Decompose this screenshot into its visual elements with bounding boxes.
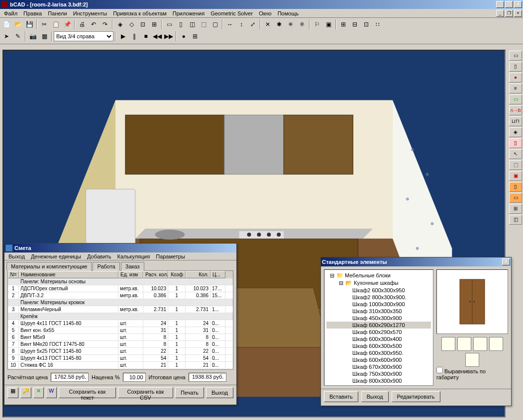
col-name[interactable]: Наименование bbox=[19, 271, 118, 278]
tb-nav-icon[interactable]: ➤ bbox=[1, 31, 12, 42]
tb-open-icon[interactable]: 📂 bbox=[12, 19, 23, 30]
tb-grid3-icon[interactable]: ⊡ bbox=[361, 19, 372, 30]
markup-input[interactable] bbox=[123, 373, 146, 382]
tree-item[interactable]: Шкаф2 800x300x900. bbox=[326, 294, 431, 301]
palette-arrow-icon[interactable]: ↖ bbox=[509, 149, 522, 159]
tb-grid4-icon[interactable]: ∷ bbox=[372, 19, 383, 30]
palette-green-icon[interactable]: ▭ bbox=[509, 94, 522, 104]
tb-pause-icon[interactable]: ‖ bbox=[129, 31, 140, 42]
table-row[interactable]: 1ЛДСП/Орех светлыйметр.кв.10.023110.0231… bbox=[8, 285, 233, 292]
mdi-minimize[interactable]: _ bbox=[496, 10, 504, 17]
thumb-3[interactable] bbox=[473, 337, 487, 351]
tree-item[interactable]: Шкаф 800x300x900 bbox=[326, 377, 431, 384]
tree-item[interactable]: Шкаф 600x300x500 bbox=[326, 342, 431, 349]
col-qty[interactable]: Кол. bbox=[186, 271, 210, 278]
smeta-menu-calc[interactable]: Калькуляция bbox=[114, 253, 153, 260]
table-row[interactable]: 9Шуруп 4x13 ГОСТ 1145-80шт.541540... bbox=[8, 355, 233, 362]
tb-cut-icon[interactable]: ✂ bbox=[39, 19, 50, 30]
tree-item[interactable]: Шкаф 310x300x350 bbox=[326, 308, 431, 315]
tb-box1-icon[interactable]: ▭ bbox=[164, 19, 175, 30]
col-unit[interactable]: Ед. изм bbox=[118, 271, 143, 278]
tree-item[interactable]: Шкаф2 600x300x950 bbox=[326, 287, 431, 294]
tb-dim2-icon[interactable]: ↕ bbox=[236, 19, 247, 30]
menu-snap[interactable]: Привязка к объектам bbox=[110, 10, 170, 17]
tree-item[interactable]: Шкаф 600x290x570 bbox=[326, 329, 431, 336]
tb-sq-icon[interactable]: ▣ bbox=[323, 19, 334, 30]
tree-item[interactable]: Шкаф 600x600x900 bbox=[326, 356, 431, 363]
tb-rew-icon[interactable]: ◀◀ bbox=[152, 31, 163, 42]
menu-apps[interactable]: Приложения bbox=[170, 10, 208, 17]
tree-item[interactable]: Шкаф 450x300x900 bbox=[326, 315, 431, 322]
tb-cross4-icon[interactable]: ⁜ bbox=[297, 19, 308, 30]
tb-dim1-icon[interactable]: ↔ bbox=[224, 19, 235, 30]
palette-ab-icon[interactable]: A→B bbox=[509, 105, 522, 115]
mdi-close[interactable]: × bbox=[514, 10, 522, 17]
align-checkbox-label[interactable]: Выравнивать по габариту bbox=[436, 368, 486, 380]
table-row[interactable]: Панели: Материалы основы bbox=[8, 278, 233, 285]
std-tree[interactable]: ⊟📁 Мебельные блоки ⊟📂 Кухонные шкафы Шка… bbox=[324, 269, 433, 386]
tree-item[interactable]: Шкаф 1000x300x900 bbox=[326, 301, 431, 308]
smeta-menu-add[interactable]: Добавить bbox=[84, 253, 114, 260]
tb-snap1-icon[interactable]: ◈ bbox=[114, 19, 125, 30]
tree-folder[interactable]: ⊟📂 Кухонные шкафы bbox=[326, 279, 431, 287]
table-row[interactable]: 3Меламин/Черныйметр.кв.2.73112.7311... bbox=[8, 306, 233, 313]
tb-flag-icon[interactable]: ⚐ bbox=[312, 19, 322, 30]
table-row[interactable]: 6Винт М5x9шт.8180... bbox=[8, 334, 233, 341]
save-text-button[interactable]: Сохранить как текст bbox=[59, 387, 116, 398]
mdi-restore[interactable]: ❐ bbox=[505, 10, 513, 17]
std-close-button[interactable]: × bbox=[502, 258, 510, 265]
tb-fwd-icon[interactable]: ▶▶ bbox=[163, 31, 174, 42]
maximize-button[interactable]: □ bbox=[505, 1, 513, 8]
palette-red-icon[interactable]: ▯ bbox=[509, 138, 522, 148]
tb-box5-icon[interactable]: ▢ bbox=[209, 19, 220, 30]
tb-camera-icon[interactable]: 📷 bbox=[27, 31, 38, 42]
tb-rec-icon[interactable]: ● bbox=[178, 31, 189, 42]
tb-snap3-icon[interactable]: ⊡ bbox=[137, 19, 148, 30]
std-titlebar[interactable]: Стандартные элементы × bbox=[321, 257, 511, 266]
menu-window[interactable]: Окно bbox=[256, 10, 275, 17]
menu-file[interactable]: Файл bbox=[1, 10, 20, 17]
tree-item[interactable]: Шкаф 600x290x1270 bbox=[326, 322, 431, 329]
table-row[interactable]: 7Винт М4x20 ГОСТ 17475-80шт.8180... bbox=[8, 341, 233, 348]
col-calc[interactable]: Расч. кол. bbox=[143, 271, 168, 278]
edit-button[interactable]: Редактировать bbox=[392, 391, 440, 402]
tab-materials[interactable]: Материалы и комплектующие bbox=[6, 262, 92, 271]
exit-button[interactable]: Выход bbox=[206, 387, 233, 398]
tb-new-icon[interactable]: 📄 bbox=[1, 19, 12, 30]
palette-shelf-icon[interactable]: ≡ bbox=[509, 84, 522, 93]
palette-orange1-icon[interactable]: ▯ bbox=[509, 182, 522, 192]
palette-orange2-icon[interactable]: ▭ bbox=[509, 193, 522, 203]
tb-print-icon[interactable]: 🖨 bbox=[77, 19, 88, 30]
tb-dim3-icon[interactable]: ⤢ bbox=[247, 19, 258, 30]
tb-tool-icon[interactable]: ✎ bbox=[12, 31, 23, 42]
thumb-5[interactable] bbox=[465, 353, 479, 367]
table-row[interactable]: 8Шуруп 5x25 ГОСТ 1145-80шт.221220... bbox=[8, 348, 233, 355]
smeta-menu-currency[interactable]: Денежные единицы bbox=[28, 253, 84, 260]
tb-copy-icon[interactable]: 📋 bbox=[50, 19, 61, 30]
tab-order[interactable]: Заказ bbox=[121, 262, 144, 271]
menu-solver[interactable]: Geometric Solver bbox=[208, 10, 256, 17]
tb-win-icon[interactable]: ⊞ bbox=[190, 31, 201, 42]
tree-item[interactable]: Шкаф 600x300x400 bbox=[326, 336, 431, 342]
col-price[interactable]: Ц... bbox=[210, 271, 225, 278]
menu-edit[interactable]: Правка bbox=[20, 10, 45, 17]
tree-item[interactable]: Шкаф 750x300x900 bbox=[326, 370, 431, 377]
tb-play-icon[interactable]: ▶ bbox=[117, 31, 128, 42]
menu-panels[interactable]: Панели bbox=[45, 10, 70, 17]
col-n[interactable]: N= bbox=[8, 271, 19, 278]
menu-tools[interactable]: Инструменты bbox=[70, 10, 110, 17]
tb-grid2-icon[interactable]: ⊟ bbox=[349, 19, 360, 30]
smeta-x-icon[interactable]: ✕ bbox=[33, 387, 44, 398]
tb-box2-icon[interactable]: ▯ bbox=[175, 19, 186, 30]
tree-item[interactable]: Шкаф 670x300x900 bbox=[326, 363, 431, 370]
smeta-menu-params[interactable]: Параметры bbox=[153, 253, 188, 260]
palette-box-icon[interactable]: ⬚ bbox=[509, 160, 522, 170]
table-row[interactable]: 4Шуруп 4x11 ГОСТ 1145-80шт.241240... bbox=[8, 320, 233, 327]
minimize-button[interactable]: _ bbox=[496, 1, 504, 8]
tab-work[interactable]: Работа bbox=[93, 262, 119, 271]
table-row[interactable]: Крепёж bbox=[8, 313, 233, 320]
tb-box4-icon[interactable]: ⬚ bbox=[198, 19, 209, 30]
tb-undo-icon[interactable]: ↶ bbox=[88, 19, 99, 30]
smeta-menu-exit[interactable]: Выход bbox=[5, 253, 28, 260]
table-row[interactable]: 10Стяжка ФС 16шт.211210... bbox=[8, 362, 233, 369]
